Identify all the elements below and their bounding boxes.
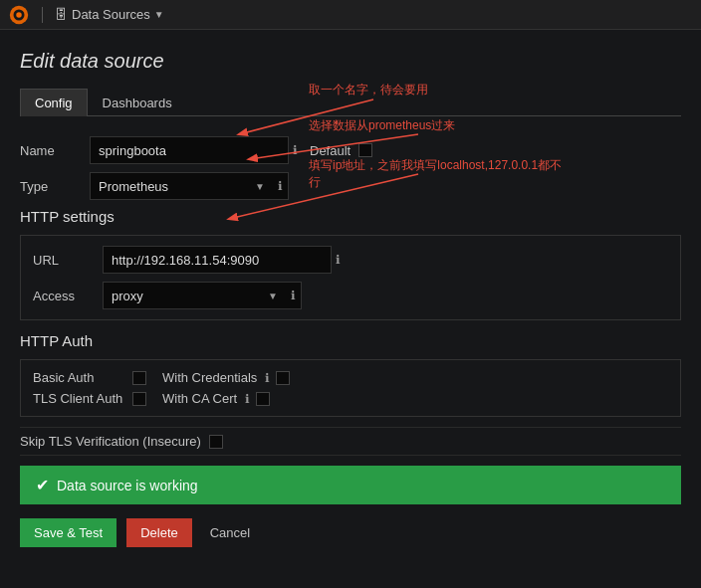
topbar-datasources[interactable]: 🗄 Data Sources ▼ xyxy=(55,7,164,22)
annotation-type: 选择数据从prometheus过来 xyxy=(309,117,455,134)
datasources-label: Data Sources xyxy=(72,7,150,22)
with-credentials-info-icon[interactable]: ℹ xyxy=(265,371,270,385)
bottom-bar: Save & Test Delete Cancel xyxy=(20,504,681,561)
status-bar: ✔ Data source is working xyxy=(20,466,681,504)
status-message: Data source is working xyxy=(57,478,198,493)
name-info-icon[interactable]: ℹ xyxy=(293,143,298,157)
name-input[interactable] xyxy=(90,136,289,164)
tab-config[interactable]: Config xyxy=(20,89,88,116)
svg-point-2 xyxy=(16,12,22,18)
http-auth-section: HTTP Auth Basic Auth With Credentials ℹ … xyxy=(20,332,681,417)
type-label: Type xyxy=(20,179,90,194)
skip-tls-checkbox[interactable] xyxy=(209,435,223,449)
access-select[interactable]: proxy xyxy=(103,282,302,309)
topbar-divider xyxy=(42,7,43,23)
tabs-container: Config Dashboards xyxy=(20,89,681,116)
http-auth-title: HTTP Auth xyxy=(20,332,681,349)
tls-client-checkbox[interactable] xyxy=(132,392,146,406)
type-row: Type Prometheus ▼ ℹ xyxy=(20,172,681,200)
with-credentials-label: With Credentials xyxy=(162,370,257,385)
name-row: Name ℹ Default xyxy=(20,136,681,164)
default-label: Default xyxy=(310,143,350,158)
url-label: URL xyxy=(33,253,103,268)
page-title: Edit data source xyxy=(20,50,681,73)
topbar: 🗄 Data Sources ▼ xyxy=(0,0,701,30)
basic-auth-row: Basic Auth With Credentials ℹ xyxy=(33,370,668,385)
database-icon: 🗄 xyxy=(55,7,68,22)
http-settings-box: URL ℹ Access proxy ▼ ℹ xyxy=(20,235,681,320)
with-ca-info-icon[interactable]: ℹ xyxy=(245,392,250,406)
tab-dashboards[interactable]: Dashboards xyxy=(88,89,187,116)
http-auth-box: Basic Auth With Credentials ℹ TLS Client… xyxy=(20,359,681,417)
url-input[interactable] xyxy=(103,246,332,274)
type-select-wrap: Prometheus ▼ ℹ xyxy=(90,172,289,200)
topbar-caret-icon: ▼ xyxy=(154,9,164,20)
cancel-button[interactable]: Cancel xyxy=(202,518,258,547)
with-ca-checkbox[interactable] xyxy=(256,392,270,406)
access-label: Access xyxy=(33,289,103,303)
skip-tls-row: Skip TLS Verification (Insecure) xyxy=(20,427,681,456)
basic-auth-checkbox[interactable] xyxy=(132,371,146,385)
default-checkbox[interactable] xyxy=(358,143,372,157)
status-check-icon: ✔ xyxy=(36,476,49,494)
main-content: 取一个名字，待会要用 选择数据从prometheus过来 填写ip地址，之前我填… xyxy=(0,30,701,561)
type-select[interactable]: Prometheus xyxy=(90,172,289,200)
save-test-button[interactable]: Save & Test xyxy=(20,518,117,547)
skip-tls-label: Skip TLS Verification (Insecure) xyxy=(20,434,201,449)
delete-button[interactable]: Delete xyxy=(126,518,192,547)
with-ca-label: With CA Cert xyxy=(162,391,237,406)
tls-client-label: TLS Client Auth xyxy=(33,391,132,406)
http-settings-title: HTTP settings xyxy=(20,208,681,225)
with-credentials-checkbox[interactable] xyxy=(276,371,290,385)
basic-auth-label: Basic Auth xyxy=(33,370,132,385)
name-label: Name xyxy=(20,143,90,158)
url-row: URL ℹ xyxy=(33,246,668,274)
access-select-wrap: proxy ▼ ℹ xyxy=(103,282,302,309)
access-row: Access proxy ▼ ℹ xyxy=(33,282,668,309)
tls-client-row: TLS Client Auth With CA Cert ℹ xyxy=(33,391,668,406)
url-info-icon[interactable]: ℹ xyxy=(336,253,341,267)
http-settings-section: HTTP settings URL ℹ Access proxy ▼ ℹ xyxy=(20,208,681,320)
grafana-logo[interactable] xyxy=(8,4,30,26)
